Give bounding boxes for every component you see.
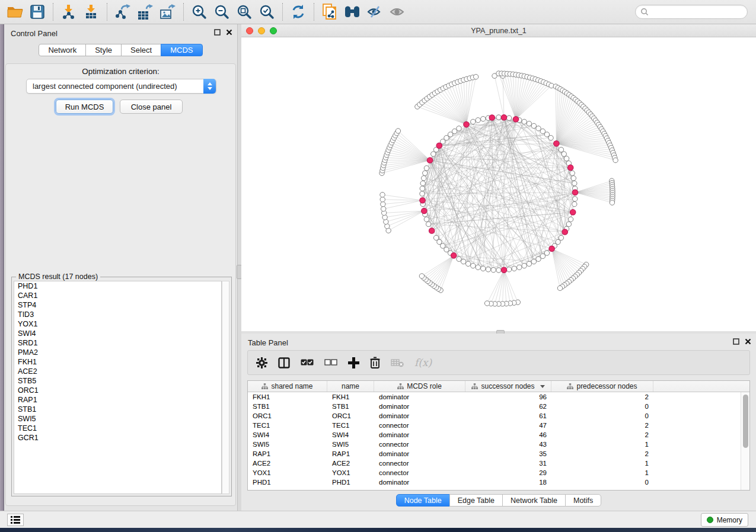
- apply-layout-button[interactable]: [287, 2, 310, 22]
- cell-shared-name[interactable]: STB1: [248, 403, 327, 410]
- cell-successor-nodes[interactable]: 62: [465, 403, 551, 410]
- close-panel-icon[interactable]: [226, 29, 232, 36]
- delete-column-trash-icon[interactable]: [370, 357, 380, 368]
- column-header-shared-name[interactable]: shared name: [248, 381, 327, 392]
- cell-mcds-role[interactable]: dominator: [374, 393, 465, 400]
- deselect-all-icon[interactable]: [324, 358, 337, 367]
- cell-successor-nodes[interactable]: 96: [465, 393, 551, 400]
- cell-name[interactable]: TEC1: [327, 422, 374, 429]
- leaf-node[interactable]: [610, 200, 614, 205]
- cell-shared-name[interactable]: YOX1: [248, 469, 327, 476]
- cell-predecessor-nodes[interactable]: 1: [551, 469, 653, 476]
- zoom-fit-button[interactable]: [233, 2, 256, 22]
- network-node[interactable]: [517, 265, 522, 270]
- network-node[interactable]: [431, 152, 436, 156]
- network-node[interactable]: [536, 126, 541, 131]
- show-columns-icon[interactable]: [278, 357, 290, 368]
- leaf-node[interactable]: [381, 201, 385, 206]
- mcds-hub-node[interactable]: [562, 229, 567, 235]
- network-node[interactable]: [566, 222, 571, 226]
- network-node[interactable]: [452, 129, 457, 133]
- export-image-button[interactable]: [157, 2, 179, 22]
- network-node[interactable]: [571, 176, 576, 181]
- cell-name[interactable]: RAP1: [327, 450, 374, 457]
- mcds-hub-node[interactable]: [549, 246, 554, 251]
- cell-mcds-role[interactable]: dominator: [374, 431, 465, 438]
- mcds-result-item[interactable]: TEC1: [14, 424, 221, 433]
- mcds-result-item[interactable]: CAR1: [14, 291, 221, 300]
- cell-successor-nodes[interactable]: 35: [465, 450, 551, 457]
- cell-shared-name[interactable]: SWI4: [248, 431, 327, 438]
- table-scrollbar[interactable]: [741, 392, 749, 490]
- mcds-hub-node[interactable]: [513, 117, 518, 122]
- leaf-node[interactable]: [473, 74, 478, 79]
- cell-successor-nodes[interactable]: 29: [465, 469, 551, 476]
- network-node[interactable]: [522, 119, 527, 124]
- network-canvas[interactable]: [241, 37, 756, 331]
- network-node[interactable]: [491, 267, 496, 272]
- network-node[interactable]: [457, 257, 461, 261]
- cell-shared-name[interactable]: ACE2: [248, 460, 327, 467]
- table-scrollbar-thumb[interactable]: [743, 395, 748, 448]
- cell-shared-name[interactable]: SWI5: [248, 441, 327, 448]
- network-node[interactable]: [426, 222, 430, 226]
- cell-successor-nodes[interactable]: 61: [465, 412, 551, 419]
- table-row[interactable]: PHD1PHD1dominator180: [248, 477, 741, 487]
- save-session-button[interactable]: [26, 2, 49, 22]
- sort-indicator-icon[interactable]: [540, 385, 545, 388]
- network-node[interactable]: [548, 136, 553, 140]
- zoom-selected-button[interactable]: [256, 2, 278, 22]
- cell-successor-nodes[interactable]: 18: [465, 479, 551, 486]
- cell-name[interactable]: ORC1: [327, 412, 374, 419]
- mcds-hub-node[interactable]: [572, 190, 578, 195]
- network-node[interactable]: [506, 267, 511, 272]
- network-node[interactable]: [540, 254, 545, 258]
- hide-selected-button[interactable]: [363, 2, 386, 22]
- cell-predecessor-nodes[interactable]: 2: [551, 422, 653, 429]
- column-header-MCDS-role[interactable]: MCDS role: [374, 381, 465, 392]
- network-node[interactable]: [527, 121, 531, 126]
- table-row[interactable]: RAP1RAP1dominator352: [248, 449, 741, 459]
- network-node[interactable]: [531, 259, 536, 264]
- mcds-hub-node[interactable]: [501, 115, 506, 120]
- network-node[interactable]: [461, 259, 465, 264]
- tab-select[interactable]: Select: [121, 44, 161, 56]
- cell-predecessor-nodes[interactable]: 1: [551, 460, 653, 467]
- cell-name[interactable]: PHD1: [327, 479, 374, 486]
- network-node[interactable]: [512, 266, 516, 271]
- mcds-hub-node[interactable]: [429, 228, 434, 233]
- cell-successor-nodes[interactable]: 47: [465, 422, 551, 429]
- zoom-in-button[interactable]: [188, 2, 210, 22]
- create-column-plus-icon[interactable]: [348, 357, 359, 368]
- mcds-result-item[interactable]: PMA2: [14, 348, 221, 357]
- leaf-node[interactable]: [557, 286, 562, 290]
- column-header-name[interactable]: name: [327, 381, 374, 392]
- cell-shared-name[interactable]: PHD1: [248, 479, 327, 486]
- zoom-out-button[interactable]: [210, 2, 233, 22]
- network-node[interactable]: [506, 116, 511, 120]
- network-node[interactable]: [572, 181, 577, 185]
- leaf-node[interactable]: [384, 219, 388, 224]
- network-node[interactable]: [471, 119, 476, 124]
- cell-predecessor-nodes[interactable]: 0: [551, 412, 653, 419]
- cell-successor-nodes[interactable]: 43: [465, 441, 551, 448]
- network-node[interactable]: [465, 261, 470, 266]
- mcds-hub-node[interactable]: [568, 165, 573, 170]
- leaf-node[interactable]: [382, 215, 387, 220]
- table-row[interactable]: STB1STB1dominator620: [248, 402, 741, 411]
- tab-node-table[interactable]: Node Table: [396, 494, 450, 507]
- cell-name[interactable]: STB1: [327, 403, 374, 410]
- cell-predecessor-nodes[interactable]: 2: [551, 393, 653, 400]
- mcds-result-item[interactable]: RAP1: [14, 395, 221, 405]
- network-window-titlebar[interactable]: YPA_prune.txt_1: [241, 24, 756, 37]
- network-node[interactable]: [522, 263, 527, 268]
- float-window-icon[interactable]: [214, 29, 221, 36]
- cell-successor-nodes[interactable]: 31: [465, 460, 551, 467]
- float-window-icon[interactable]: [733, 338, 739, 345]
- export-network-button[interactable]: [111, 2, 134, 22]
- cell-name[interactable]: SWI4: [327, 431, 374, 438]
- mcds-result-item[interactable]: ORC1: [14, 386, 221, 395]
- cell-mcds-role[interactable]: dominator: [374, 479, 465, 486]
- network-node[interactable]: [420, 191, 425, 196]
- network-node[interactable]: [568, 217, 573, 222]
